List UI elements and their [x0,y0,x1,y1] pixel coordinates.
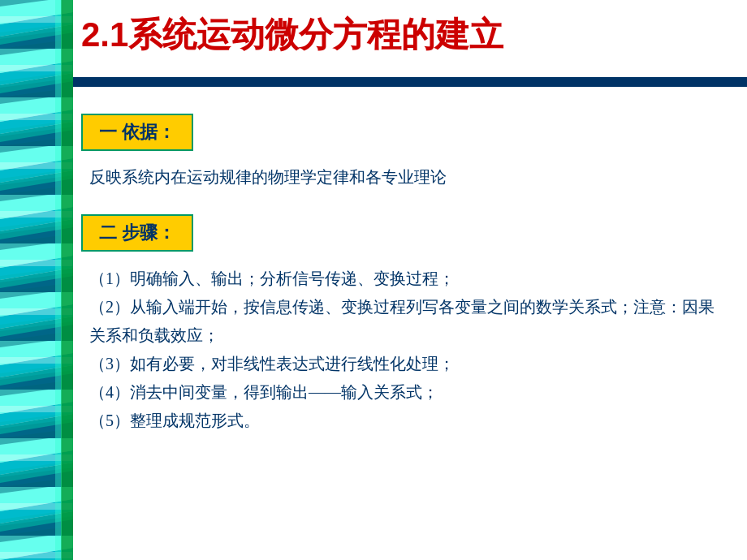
section2-label: 二 步骤： [99,222,175,243]
step-2: （2）从输入端开始，按信息传递、变换过程列写各变量之间的数学关系式；注意：因果关… [89,293,723,350]
svg-rect-9 [61,0,73,560]
section1-header-wrapper: 一 依据： [81,97,723,164]
step-1: （1）明确输入、输出；分析信号传递、变换过程； [89,265,723,293]
left-border-decoration [0,0,73,560]
step-5: （5）整理成规范形式。 [89,407,723,435]
steps-list: （1）明确输入、输出；分析信号传递、变换过程； （2）从输入端开始，按信息传递、… [89,265,723,435]
slide: 2.1系统运动微分方程的建立 一 依据： 反映系统内在运动规律的物理学定律和各专… [0,0,747,560]
section1-content: 反映系统内在运动规律的物理学定律和各专业理论 [89,164,723,190]
content-area: 一 依据： 反映系统内在运动规律的物理学定律和各专业理论 二 步骤： （1）明确… [81,97,723,544]
section1-label: 一 依据： [99,122,175,142]
section2-header: 二 步骤： [81,214,193,252]
step-4: （4）消去中间变量，得到输出——输入关系式； [89,378,723,407]
section2-header-wrapper: 二 步骤： [81,198,723,265]
slide-title: 2.1系统运动微分方程的建立 [81,15,731,55]
section1-header: 一 依据： [81,114,193,151]
svg-rect-10 [55,0,62,560]
top-divider-bar [73,77,747,87]
title-area: 2.1系统运动微分方程的建立 [81,15,731,55]
step-3: （3）如有必要，对非线性表达式进行线性化处理； [89,350,723,378]
